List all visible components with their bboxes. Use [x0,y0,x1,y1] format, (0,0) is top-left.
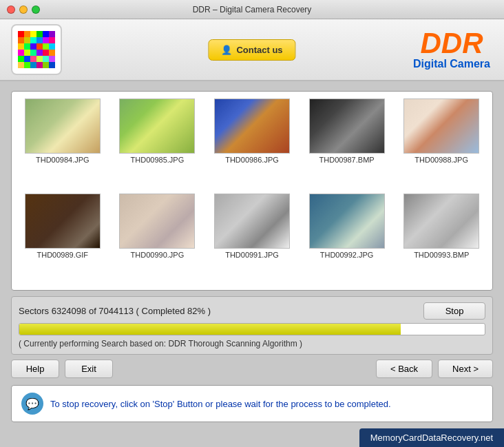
image-thumbnail [403,194,479,249]
progress-bar-container [19,323,485,335]
image-thumbnail [214,194,290,249]
info-message: To stop recovery, click on 'Stop' Button… [50,399,391,409]
list-item[interactable]: THD00989.GIF [19,194,107,283]
image-thumbnail [119,98,195,154]
image-label: THD00990.JPG [131,251,185,259]
image-thumbnail [119,194,195,249]
info-icon: 💬 [21,393,43,415]
maximize-button[interactable] [32,6,40,14]
image-thumbnail [403,98,479,154]
list-item[interactable]: THD00992.JPG [303,194,391,283]
help-button[interactable]: Help [11,360,59,378]
list-item[interactable]: THD00990.JPG [114,194,202,283]
titlebar: DDR – Digital Camera Recovery [0,0,504,19]
image-label: THD00986.JPG [225,156,279,164]
image-grid: THD00984.JPGTHD00985.JPGTHD00986.JPGTHD0… [11,91,493,291]
image-thumbnail [25,98,101,154]
image-thumbnail [25,194,101,249]
list-item[interactable]: THD00984.JPG [19,98,107,188]
progress-algorithm: ( Currently performing Search based on: … [19,339,485,349]
progress-status: Sectors 6324098 of 7044113 ( Completed 8… [19,306,211,316]
image-thumbnail [214,98,290,154]
image-label: THD00987.BMP [319,156,375,164]
brand-area: DDR Digital Camera [413,29,490,70]
list-item[interactable]: THD00986.JPG [208,98,296,188]
contact-label: Contact us [236,45,282,55]
footer: MemoryCardDataRecovery.net [359,428,504,447]
stop-button[interactable]: Stop [423,302,485,320]
brand-subtitle: Digital Camera [413,58,490,70]
list-item[interactable]: THD00988.JPG [397,98,485,188]
image-label: THD00984.JPG [36,156,90,164]
close-button[interactable] [7,6,15,14]
logo-mosaic [18,31,55,68]
app-header: 👤 Contact us DDR Digital Camera [0,19,504,81]
exit-button[interactable]: Exit [65,360,113,378]
progress-section: Sectors 6324098 of 7044113 ( Completed 8… [11,296,493,355]
window-controls [7,6,40,14]
footer-text: MemoryCardDataRecovery.net [370,433,493,443]
list-item[interactable]: THD00993.BMP [397,194,485,283]
image-label: THD00992.JPG [320,251,374,259]
contact-button[interactable]: 👤 Contact us [208,39,295,61]
list-item[interactable]: THD00987.BMP [303,98,391,188]
image-label: THD00991.JPG [225,251,279,259]
window-title: DDR – Digital Camera Recovery [193,5,312,14]
image-label: THD00988.JPG [414,156,468,164]
contact-icon: 👤 [221,45,232,55]
image-thumbnail [309,194,385,249]
app-logo [11,24,62,75]
progress-bar-fill [19,324,401,335]
back-button[interactable]: < Back [376,360,432,378]
image-thumbnail [309,98,385,154]
image-label: THD00985.JPG [131,156,185,164]
info-bar: 💬 To stop recovery, click on 'Stop' Butt… [11,385,493,422]
bottom-navigation: Help Exit < Back Next > [11,360,493,378]
main-content: THD00984.JPGTHD00985.JPGTHD00986.JPGTHD0… [0,81,504,429]
progress-header: Sectors 6324098 of 7044113 ( Completed 8… [19,302,485,320]
image-label: THD00989.GIF [37,251,89,259]
list-item[interactable]: THD00985.JPG [114,98,202,188]
minimize-button[interactable] [19,6,28,14]
brand-title: DDR [413,29,490,58]
next-button[interactable]: Next > [438,360,493,378]
list-item[interactable]: THD00991.JPG [208,194,296,283]
image-label: THD00993.BMP [414,251,469,259]
